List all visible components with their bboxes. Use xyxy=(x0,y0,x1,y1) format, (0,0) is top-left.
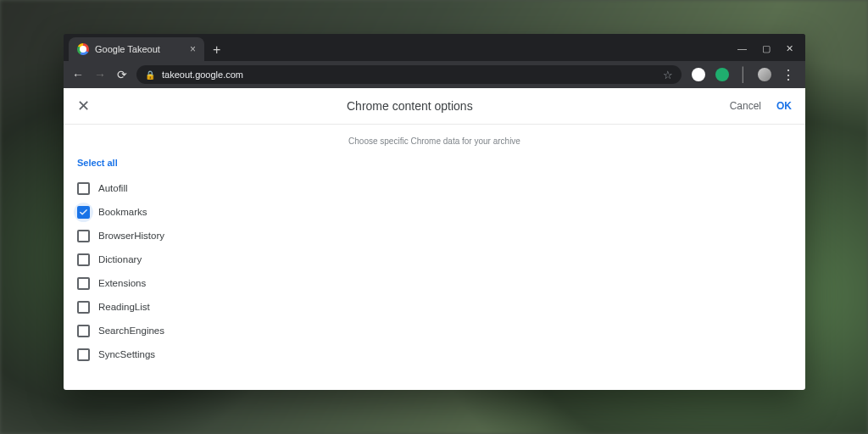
browser-window: Google Takeout × + — ▢ ✕ ← → ⟳ 🔒 takeout… xyxy=(64,34,805,390)
option-label: SyncSettings xyxy=(98,349,155,359)
minimize-icon[interactable]: — xyxy=(737,43,747,54)
option-label: Extensions xyxy=(98,278,146,288)
forward-icon[interactable]: → xyxy=(92,68,108,81)
option-label: Autofill xyxy=(98,183,128,193)
extension-icons: │ ⋮ xyxy=(688,67,798,83)
checkbox[interactable] xyxy=(77,277,90,290)
option-label: BrowserHistory xyxy=(98,231,164,241)
titlebar: Google Takeout × + — ▢ ✕ xyxy=(64,34,805,61)
separator-icon: │ xyxy=(739,67,748,82)
option-row[interactable]: Autofill xyxy=(77,176,792,200)
back-icon[interactable]: ← xyxy=(70,68,86,81)
menu-dots-icon[interactable]: ⋮ xyxy=(782,67,795,83)
checkbox[interactable] xyxy=(77,325,90,337)
option-row[interactable]: SearchEngines xyxy=(77,319,792,342)
browser-tab[interactable]: Google Takeout × xyxy=(69,37,204,61)
close-window-icon[interactable]: ✕ xyxy=(786,43,793,54)
checkbox[interactable] xyxy=(77,206,90,219)
browser-toolbar: ← → ⟳ 🔒 takeout.google.com ☆ │ ⋮ xyxy=(64,61,805,88)
address-bar[interactable]: 🔒 takeout.google.com ☆ xyxy=(136,65,682,84)
bookmark-star-icon[interactable]: ☆ xyxy=(663,69,673,81)
option-label: Bookmarks xyxy=(98,207,147,217)
dialog-subtitle: Choose specific Chrome data for your arc… xyxy=(64,125,805,153)
ok-button[interactable]: OK xyxy=(776,100,792,112)
options-list: Select all AutofillBookmarksBrowserHisto… xyxy=(64,153,805,371)
extension-icon[interactable] xyxy=(692,68,705,81)
dialog-header: ✕ Chrome content options Cancel OK xyxy=(64,88,805,125)
tab-close-icon[interactable]: × xyxy=(190,44,196,54)
checkbox[interactable] xyxy=(77,182,90,195)
new-tab-button[interactable]: + xyxy=(204,42,229,61)
checkbox[interactable] xyxy=(77,348,90,361)
reload-icon[interactable]: ⟳ xyxy=(114,68,130,81)
option-label: ReadingList xyxy=(98,302,150,312)
url-text: takeout.google.com xyxy=(162,70,243,80)
option-row[interactable]: SyncSettings xyxy=(77,342,792,366)
option-row[interactable]: Extensions xyxy=(77,271,792,295)
option-row[interactable]: BrowserHistory xyxy=(77,224,792,248)
favicon-icon xyxy=(77,43,89,55)
option-row[interactable]: ReadingList xyxy=(77,295,792,319)
lock-icon: 🔒 xyxy=(145,70,155,80)
tab-title: Google Takeout xyxy=(95,44,160,54)
cancel-button[interactable]: Cancel xyxy=(730,100,761,112)
select-all-link[interactable]: Select all xyxy=(77,158,792,168)
window-controls: — ▢ ✕ xyxy=(737,43,805,61)
page-content: ✕ Chrome content options Cancel OK Choos… xyxy=(64,88,805,390)
extension-icon[interactable] xyxy=(715,68,729,81)
checkbox[interactable] xyxy=(77,253,90,266)
option-row[interactable]: Bookmarks xyxy=(77,200,792,224)
maximize-icon[interactable]: ▢ xyxy=(762,43,771,54)
profile-avatar[interactable] xyxy=(758,68,771,81)
option-row[interactable]: Dictionary xyxy=(77,248,792,271)
dialog-close-icon[interactable]: ✕ xyxy=(77,97,90,115)
option-label: Dictionary xyxy=(98,254,142,264)
checkbox[interactable] xyxy=(77,301,90,314)
option-label: SearchEngines xyxy=(98,326,164,336)
checkbox[interactable] xyxy=(77,230,90,242)
dialog-title: Chrome content options xyxy=(90,99,730,113)
